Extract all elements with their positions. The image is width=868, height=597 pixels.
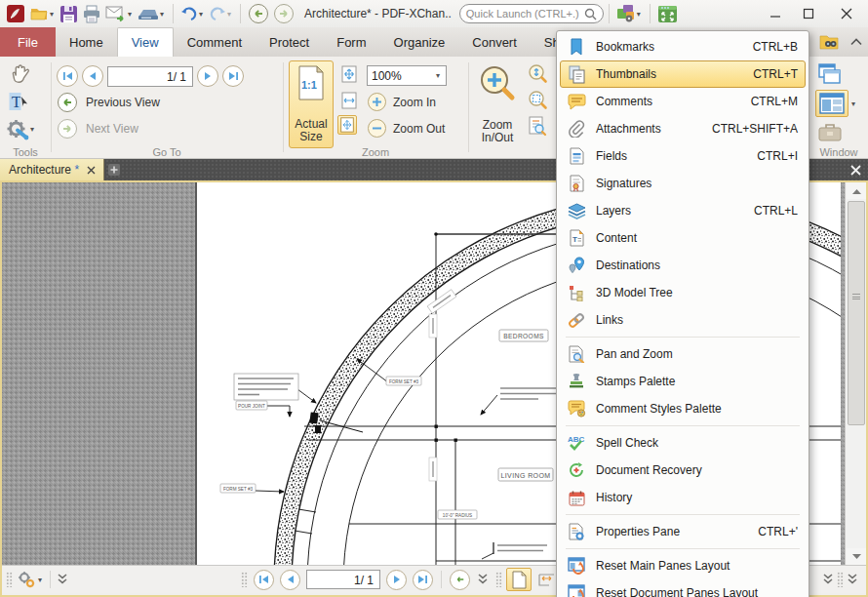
menu-item-comments[interactable]: CommentsCTRL+M xyxy=(560,88,806,115)
menu-item-reset-main-panes-layout[interactable]: Reset Main Panes Layout xyxy=(560,552,806,579)
chevron-double-down-icon[interactable] xyxy=(822,574,834,585)
menu-item-document-recovery[interactable]: Document Recovery xyxy=(560,457,806,484)
portfolio-button[interactable] xyxy=(817,121,843,142)
panes-layout-button[interactable] xyxy=(815,90,848,117)
tools-menu-button[interactable]: ▾ xyxy=(6,117,36,140)
tab-file[interactable]: File xyxy=(0,27,56,57)
menu-item-content[interactable]: T Content xyxy=(560,224,806,252)
fit-width-button[interactable] xyxy=(339,91,359,110)
menu-item-history[interactable]: History xyxy=(560,484,806,511)
menu-item-3d-model-tree[interactable]: 3D Model Tree xyxy=(560,279,806,306)
zoom-level-combo[interactable]: 100% ▾ xyxy=(367,65,447,86)
tools-caret-icon[interactable]: ▾ xyxy=(30,125,34,134)
workspace-caret-icon[interactable]: ▾ xyxy=(637,10,641,19)
actual-size-button[interactable]: 1:1 Actual Size xyxy=(289,60,334,148)
menu-item-links[interactable]: Links xyxy=(560,306,806,334)
status-first-page-button[interactable] xyxy=(254,570,274,590)
save-button[interactable] xyxy=(58,3,80,25)
scrollbar-thumb[interactable] xyxy=(848,201,865,425)
new-tab-button[interactable] xyxy=(104,159,124,180)
menu-item-stamps-palette[interactable]: Stamps Palette xyxy=(560,368,806,395)
tab-comment[interactable]: Comment xyxy=(174,27,256,57)
menu-item-attachments[interactable]: AttachmentsCTRL+SHIFT+A xyxy=(560,115,806,142)
status-next-page-button[interactable] xyxy=(386,570,407,590)
undo-caret-icon[interactable]: ▾ xyxy=(199,10,203,19)
quick-launch-input[interactable]: Quick Launch (CTRL+.) xyxy=(459,4,604,23)
menu-item-layers[interactable]: LayersCTRL+L xyxy=(560,197,806,224)
zoom-out-button[interactable]: Zoom Out xyxy=(367,118,445,139)
nav-back-button[interactable] xyxy=(246,1,271,26)
previous-page-button[interactable] xyxy=(82,65,103,87)
next-page-button[interactable] xyxy=(197,65,218,87)
single-page-mode-button[interactable] xyxy=(506,568,532,591)
menu-item-properties-pane[interactable]: Properties PaneCTRL+' xyxy=(560,518,806,545)
collapse-ribbon-button[interactable] xyxy=(850,38,862,46)
print-button[interactable] xyxy=(80,3,103,25)
email-caret-icon[interactable]: ▾ xyxy=(128,10,132,19)
status-previous-view-button[interactable] xyxy=(450,570,470,590)
tab-home[interactable]: Home xyxy=(56,27,117,57)
panes-layout-caret-icon[interactable]: ▾ xyxy=(851,100,855,108)
open-button[interactable]: ▾ xyxy=(27,3,58,24)
email-button[interactable]: ▾ xyxy=(103,4,136,24)
status-options-caret-icon[interactable]: ▾ xyxy=(38,576,42,584)
scroll-down-button[interactable] xyxy=(847,548,866,565)
previous-view-button[interactable]: Previous View xyxy=(57,92,160,113)
status-previous-page-button[interactable] xyxy=(280,570,300,590)
chevron-double-down-icon[interactable] xyxy=(57,574,68,585)
tab-view[interactable]: View xyxy=(117,27,174,57)
redo-caret-icon[interactable]: ▾ xyxy=(227,10,231,19)
redo-button[interactable]: ▾ xyxy=(207,4,235,23)
status-last-page-button[interactable] xyxy=(413,570,433,590)
fullscreen-button[interactable] xyxy=(655,3,680,25)
first-page-button[interactable] xyxy=(57,65,78,87)
find-files-button[interactable] xyxy=(819,33,841,51)
tab-convert[interactable]: Convert xyxy=(458,27,531,57)
maximize-button[interactable] xyxy=(792,2,825,25)
menu-item-destinations[interactable]: Destinations xyxy=(560,252,806,279)
chevron-double-down-icon[interactable] xyxy=(847,574,858,585)
workspace-button[interactable]: ▾ xyxy=(614,2,645,25)
marquee-zoom-button[interactable] xyxy=(527,89,548,110)
scan-button[interactable]: ▾ xyxy=(136,5,168,23)
menu-item-thumbnails[interactable]: ThumbnailsCTRL+T xyxy=(560,60,806,88)
open-caret-icon[interactable]: ▾ xyxy=(50,10,54,19)
tab-close-icon[interactable] xyxy=(87,166,96,175)
select-text-button[interactable]: T xyxy=(8,90,31,113)
loupe-button[interactable] xyxy=(527,115,548,137)
tab-form[interactable]: Form xyxy=(323,27,379,57)
status-options-button[interactable]: ▾ xyxy=(16,570,44,589)
menu-item-reset-document-panes-layout[interactable]: Reset Document Panes Layout xyxy=(560,579,806,597)
menu-item-comment-styles-palette[interactable]: Comment Styles Palette xyxy=(560,395,806,422)
menu-item-fields[interactable]: FieldsCTRL+I xyxy=(560,142,806,170)
hand-tool-button[interactable] xyxy=(8,62,31,86)
scroll-up-button[interactable] xyxy=(847,182,866,199)
zoom-in-out-button[interactable]: Zoom In/Out xyxy=(472,60,523,148)
fit-visible-button[interactable] xyxy=(337,115,357,135)
tab-organize[interactable]: Organize xyxy=(380,27,459,57)
zoom-vertical-button[interactable] xyxy=(527,62,548,84)
cascade-windows-button[interactable] xyxy=(817,62,843,86)
menu-item-signatures[interactable]: Signatures xyxy=(560,170,806,197)
status-page-field[interactable]: 1/ 1 xyxy=(306,570,380,589)
next-view-button[interactable]: Next View xyxy=(57,118,138,139)
page-number-field[interactable]: 1/ 1 xyxy=(107,66,193,87)
document-tab-title: Architecture * xyxy=(9,163,79,177)
zoom-in-button[interactable]: Zoom In xyxy=(367,92,436,112)
svg-text:10'-0" RADIUS: 10'-0" RADIUS xyxy=(443,513,472,518)
close-document-button[interactable] xyxy=(843,159,868,180)
nav-forward-button[interactable] xyxy=(271,1,296,26)
menu-item-bookmarks[interactable]: BookmarksCTRL+B xyxy=(560,33,806,60)
chevron-double-down-icon[interactable] xyxy=(477,574,489,585)
fit-page-button[interactable] xyxy=(339,64,359,84)
close-button[interactable] xyxy=(825,2,868,25)
minimize-button[interactable] xyxy=(759,2,792,25)
menu-item-pan-and-zoom[interactable]: Pan and Zoom xyxy=(560,340,806,368)
scan-caret-icon[interactable]: ▾ xyxy=(160,10,164,19)
last-page-button[interactable] xyxy=(222,65,244,87)
document-tab-architecture[interactable]: Architecture * xyxy=(0,159,104,180)
menu-item-spell-check[interactable]: ABC Spell Check xyxy=(560,429,806,457)
vertical-scrollbar[interactable] xyxy=(845,182,866,565)
undo-button[interactable]: ▾ xyxy=(178,4,207,23)
tab-protect[interactable]: Protect xyxy=(256,27,323,57)
